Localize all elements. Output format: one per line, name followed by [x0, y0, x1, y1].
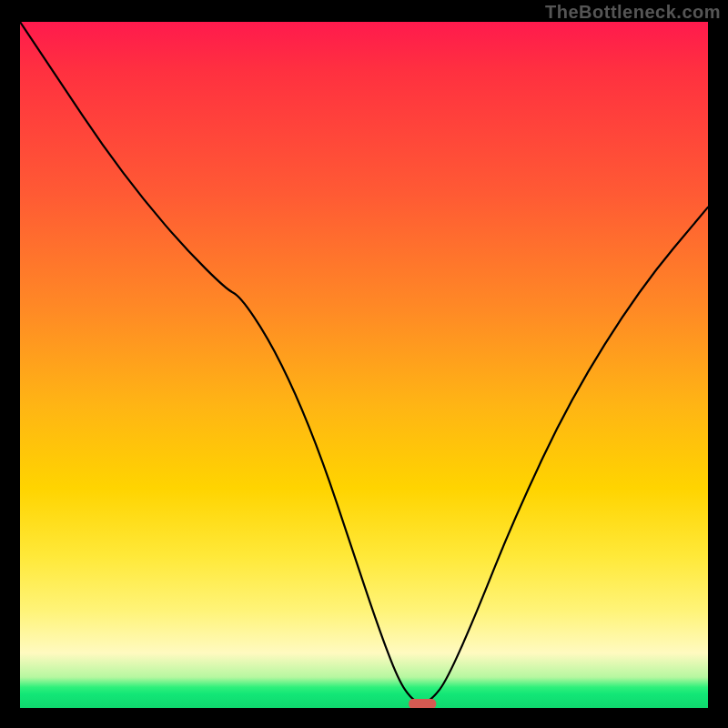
chart-frame: TheBottleneck.com [0, 0, 728, 728]
watermark-text: TheBottleneck.com [545, 2, 721, 23]
chart-svg [20, 22, 708, 708]
minimum-marker [409, 699, 436, 708]
bottleneck-curve [20, 22, 708, 703]
plot-area [20, 22, 708, 708]
